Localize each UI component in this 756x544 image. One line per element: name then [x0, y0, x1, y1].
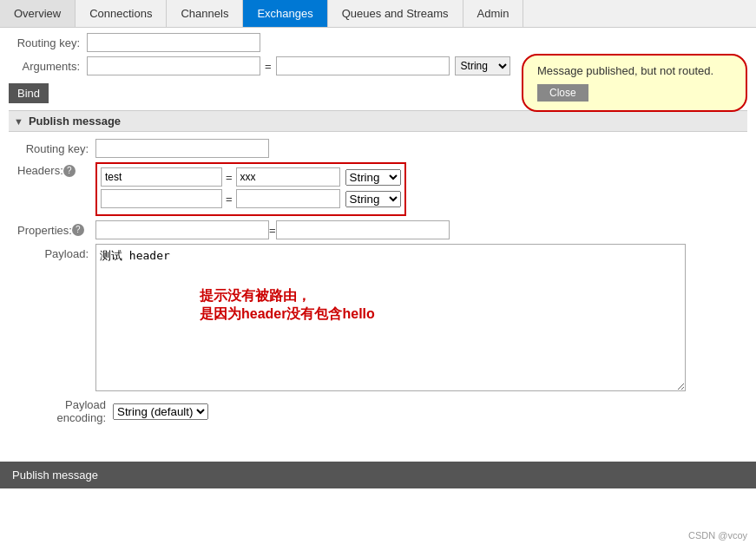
bind-button[interactable]: Bind — [9, 83, 49, 103]
properties-key-input[interactable] — [95, 220, 269, 239]
arguments-label: Arguments: — [9, 60, 87, 73]
publish-routing-key-input[interactable] — [95, 139, 269, 158]
properties-help-icon[interactable]: ? — [72, 224, 84, 236]
nav-admin[interactable]: Admin — [463, 0, 524, 27]
publish-message-button[interactable]: Publish message — [0, 462, 110, 488]
publish-headers-row: Headers: ? = String Integer = — [17, 162, 739, 216]
header2-key-input[interactable] — [101, 189, 222, 208]
section-title: Publish message — [29, 115, 121, 128]
header1-value-input[interactable] — [236, 167, 340, 187]
arguments-key-input[interactable] — [87, 56, 260, 75]
header1-key-input[interactable] — [101, 167, 222, 187]
nav-channels[interactable]: Channels — [167, 0, 243, 27]
encoding-select[interactable]: String (default) Base64 — [113, 403, 208, 420]
eq-sign: = — [265, 60, 272, 73]
nav-overview[interactable]: Overview — [0, 0, 76, 27]
properties-label: Properties: ? — [17, 224, 95, 237]
publish-section-header[interactable]: ▼ Publish message — [9, 110, 747, 132]
header-row-1: = String Integer — [101, 167, 401, 187]
encoding-label: Payload encoding: — [17, 398, 113, 424]
routing-key-row: Routing key: — [9, 33, 747, 52]
nav-queues[interactable]: Queues and Streams — [328, 0, 463, 27]
routing-key-input[interactable] — [87, 33, 260, 52]
nav-exchanges[interactable]: Exchanges — [243, 0, 327, 27]
properties-label-text: Properties: — [17, 224, 72, 237]
header-row-2: = String Integer — [101, 189, 401, 208]
properties-row: Properties: ? = — [17, 220, 739, 239]
top-navigation: Overview Connections Channels Exchanges … — [0, 0, 756, 28]
headers-label: Headers: ? — [17, 162, 95, 177]
arguments-value-input[interactable] — [276, 56, 450, 75]
publish-routing-key-label: Routing key: — [17, 142, 95, 155]
header2-value-input[interactable] — [236, 189, 340, 208]
publish-routing-key-row: Routing key: — [17, 139, 739, 158]
payload-label: Payload: — [17, 244, 95, 260]
routing-key-label: Routing key: — [9, 36, 87, 49]
headers-input-box: = String Integer = String Integer — [95, 162, 406, 216]
eq2: = — [226, 193, 233, 206]
encoding-row: Payload encoding: String (default) Base6… — [17, 398, 739, 424]
publish-section: Routing key: Headers: ? = String Integer — [9, 139, 747, 424]
props-eq: = — [269, 224, 276, 237]
eq1: = — [226, 171, 233, 184]
payload-row: Payload: 测试 header 提示没有被路由， 是因为header没有包… — [17, 244, 739, 391]
payload-wrapper: 测试 header 提示没有被路由， 是因为header没有包含hello — [95, 244, 686, 391]
section-arrow: ▼ — [14, 116, 23, 127]
nav-connections[interactable]: Connections — [76, 0, 167, 27]
header1-type-select[interactable]: String Integer — [345, 169, 401, 186]
header2-type-select[interactable]: String Integer — [345, 191, 401, 207]
headers-help-icon[interactable]: ? — [63, 165, 76, 177]
close-button[interactable]: Close — [537, 84, 588, 102]
headers-label-text: Headers: — [17, 164, 63, 177]
arguments-type-select[interactable]: String Integer — [455, 56, 510, 75]
notification-box: Message published, but not routed. Close — [522, 54, 747, 112]
properties-value-input[interactable] — [276, 220, 450, 239]
publish-bar: Publish message — [0, 462, 756, 488]
payload-textarea[interactable]: 测试 header — [95, 244, 686, 391]
notification-message: Message published, but not routed. — [537, 64, 732, 77]
